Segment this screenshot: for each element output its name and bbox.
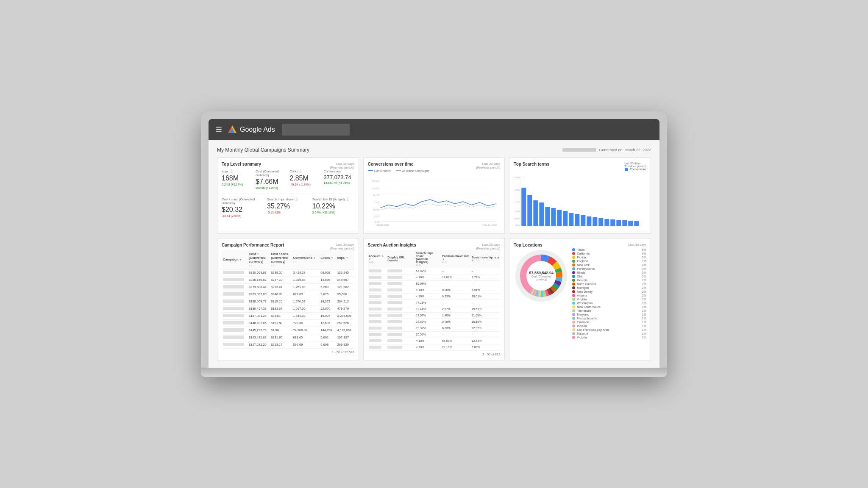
th-impr[interactable]: Impr. ▼↕ <box>336 250 354 269</box>
legend-location-name: San Francisco Bay Area <box>577 328 639 331</box>
bar-chart-svg: 3,000 2,500 2,100 1,400 700.00 0.00 <box>514 173 646 228</box>
auction-header-row: Account ⇅ ▼◇ ◇ Display URL domain Search… <box>368 250 501 268</box>
legend-location-pct: 2% <box>640 302 646 305</box>
impr-cell: 197,327 <box>336 334 354 341</box>
search-input[interactable] <box>282 124 350 136</box>
impr-cell: 248,657 <box>336 276 354 283</box>
legend-dot <box>572 332 575 335</box>
position-cell: 6.33% <box>441 325 471 331</box>
account-cell <box>368 338 387 344</box>
svg-text:2,500: 2,500 <box>373 215 379 218</box>
impr-cell: 264,212 <box>336 298 354 305</box>
clicks-cell: 9,675 <box>319 291 336 298</box>
th-domain[interactable]: Display URL domain <box>387 250 415 268</box>
donut-center-text: $7,589,542.94 Cost (Converted currency) <box>528 271 555 281</box>
table-row: $145,722.78 $1.96 74,368.00 144,290 4,17… <box>222 327 354 334</box>
metric-grid: Impr. ⓘ 168M 6.24M (+5.17%) Cost (Conver… <box>222 169 354 189</box>
auction-row: + 10% 19.62% 9.72% <box>368 274 501 280</box>
legend-dot <box>572 298 575 301</box>
auction-row: 12.52% 0.78% 16.16% <box>368 319 501 325</box>
th-overlap[interactable]: Search overlap rate ▼ <box>471 250 501 268</box>
conversions-cell: 1,251.89 <box>292 283 319 291</box>
position-cell: 0.78% <box>441 319 471 325</box>
cost-cell: $198,569.77 <box>248 298 270 305</box>
legend-location-name: Massachusetts <box>577 317 639 320</box>
conversions-chart-svg: 15,000 12,000 9,480 7,000 5,000 2,500 0.… <box>368 174 501 229</box>
table-row: $148,102.05 $191.50 773.38 12,537 257,52… <box>222 319 354 327</box>
search-terms-title: Top Search terms <box>514 162 549 166</box>
impr-share-cell: < 10% <box>415 338 441 344</box>
th-position[interactable]: Position above rate ▼◇ ◇ <box>441 250 471 268</box>
table-row: $127,282.20 $213.17 597.09 6,608 269,929 <box>222 341 354 348</box>
th-cost-conv[interactable]: Cost / conv.(Convertedcurrency)↕ ○ <box>270 250 292 269</box>
conversions-cell: 1,670.03 <box>292 298 319 305</box>
donut-section: $7,589,542.94 Cost (Converted currency) … <box>514 248 646 340</box>
svg-text:2,500: 2,500 <box>515 189 520 191</box>
auction-row: 17.07% 1.40% 21.68% <box>368 312 501 319</box>
legend-item: San Francisco Bay Area 1% <box>572 328 646 331</box>
position-cell: 65.68% <box>441 338 471 344</box>
table-row: $326,140.82 $247.10 1,319.88 13,586 248,… <box>222 276 354 283</box>
camp-perf-header: Campaign Performance Report Last 30 days… <box>222 243 354 250</box>
th-account[interactable]: Account ⇅ ▼◇ ◇ <box>368 250 387 268</box>
legend-location-pct: 2% <box>640 275 646 278</box>
overlap-cell: 12.43% <box>471 338 501 344</box>
legend-item: Georgia 2% <box>572 279 646 282</box>
metric-impr-change: 6.24M (+5.17%) <box>222 183 252 186</box>
cost-cell: $820,058.93 <box>248 269 270 276</box>
metric-cost-conv-value: $20.32 <box>222 206 264 214</box>
account-cell <box>368 268 387 274</box>
th-campaign[interactable]: Campaign ▼ <box>222 250 248 269</box>
domain-cell <box>387 280 415 287</box>
position-cell: – <box>441 331 471 338</box>
legend-location-pct: 2% <box>640 290 646 293</box>
legend-location-name: Illinois <box>577 271 639 274</box>
conv-title: Conversions over time <box>368 162 414 166</box>
conversions-cell: 1,319.88 <box>292 276 319 283</box>
donut-center-label: Cost (Converted currency) <box>528 275 555 281</box>
th-impr-share[interactable]: Search Impr. share(Auction Insights)◇ ◇ <box>415 250 441 268</box>
donut-chart: $7,589,542.94 Cost (Converted currency) <box>514 248 569 303</box>
search-terms-chart: 3,000 2,500 2,100 1,400 700.00 0.00 <box>514 173 646 228</box>
conversions-cell: 597.09 <box>292 341 319 348</box>
table-row: $203,097.00 $246.89 822.63 9,675 95,606 <box>222 291 354 298</box>
legend-location-name: Georgia <box>577 279 639 282</box>
svg-rect-39 <box>634 221 639 226</box>
domain-cell <box>387 319 415 325</box>
metric-impr-value: 168M <box>222 175 252 182</box>
metric-cost: Cost (Converted currency) $7.66M $96.8K … <box>256 169 286 189</box>
cost-conv-cell: $246.89 <box>270 291 292 298</box>
google-ads-icon <box>227 125 237 135</box>
legend-item: Ohio 2% <box>572 275 646 278</box>
cost-cell: $203,097.00 <box>248 291 270 298</box>
period-note-search: Last 30 days(Previous period) <box>624 162 646 168</box>
clicks-cell: 13,586 <box>319 276 336 283</box>
legend-location-name: New York <box>577 263 639 266</box>
conversions-cell: 74,368.00 <box>292 327 319 334</box>
locations-period: Last 30 days <box>628 243 646 247</box>
legend-item: Texas 6% <box>572 248 646 251</box>
impr-cell: 479,870 <box>336 305 354 312</box>
hamburger-icon[interactable]: ☰ <box>215 125 222 134</box>
auction-row: 12.44% 2.97% 15.51% <box>368 306 501 312</box>
impr-share-cell: < 10% <box>415 287 441 293</box>
campaign-cell <box>222 291 248 298</box>
legend-item: Colorado 1% <box>572 321 646 324</box>
th-cost[interactable]: Cost ▼(Convertedcurrency)↕ ○ <box>248 250 270 269</box>
position-cell: 0.23% <box>441 293 471 299</box>
position-cell: – <box>441 280 471 287</box>
legend-location-pct: 1% <box>640 324 646 327</box>
cost-conv-cell: $191.50 <box>270 319 292 327</box>
th-conversions[interactable]: Conversions ▼↕ ○ <box>292 250 319 269</box>
cost-cell: $148,102.05 <box>248 319 270 327</box>
legend-item: Maryland 1% <box>572 313 646 316</box>
auction-row: 57.82% – – <box>368 268 501 274</box>
cost-conv-cell: $183.34 <box>270 305 292 312</box>
th-clicks[interactable]: Clicks ▼↕ ○ <box>319 250 336 269</box>
legend-dot <box>572 302 575 305</box>
auction-table-footer: 1 - 50 of 812 <box>368 351 501 356</box>
impr-share-cell: 12.44% <box>415 306 441 312</box>
clicks-cell: 22,670 <box>319 305 336 312</box>
legend-location-name: Missouri <box>577 332 639 335</box>
metric-grid2: Cost / conv. (Converted currency) $20.32… <box>222 194 354 217</box>
